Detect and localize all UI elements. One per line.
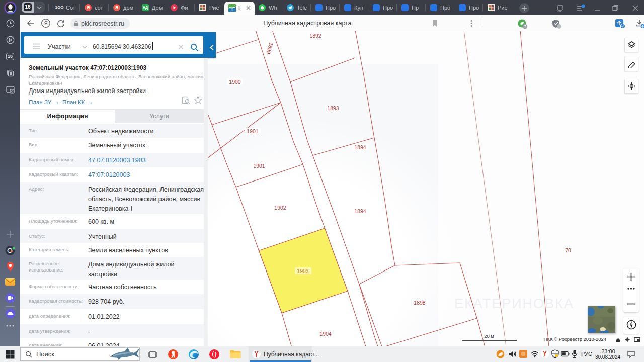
svg-text:1901: 1901: [247, 128, 259, 134]
svg-text:1892: 1892: [309, 33, 321, 39]
svg-text:1894: 1894: [354, 208, 366, 214]
svg-text:7: 7: [524, 24, 526, 29]
svg-text:1893: 1893: [327, 105, 339, 111]
svg-text:1904: 1904: [319, 331, 332, 337]
svg-text:ПКК © Росреестр 2010-2024: ПКК © Росреестр 2010-2024: [544, 336, 606, 342]
svg-text:1902: 1902: [274, 205, 286, 211]
svg-text:Я: Я: [44, 21, 47, 26]
svg-text:1903: 1903: [297, 268, 309, 274]
svg-text:1894: 1894: [354, 144, 366, 150]
svg-text:20 м: 20 м: [484, 333, 494, 339]
svg-text:1898: 1898: [414, 300, 426, 306]
svg-text:1900: 1900: [229, 79, 241, 85]
svg-text:70: 70: [565, 247, 571, 253]
svg-text:1901: 1901: [253, 163, 265, 169]
